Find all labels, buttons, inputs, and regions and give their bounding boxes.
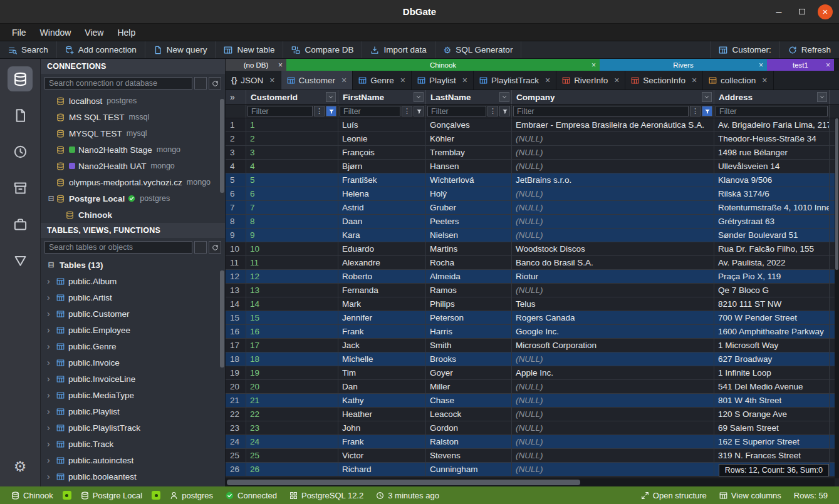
grid-cell[interactable]: (NULL) xyxy=(512,449,714,462)
table-item-public-artist[interactable]: ›public.Artist xyxy=(41,289,225,306)
sidebar-history[interactable] xyxy=(8,139,33,164)
grid-cell[interactable]: (NULL) xyxy=(512,201,714,214)
row-number[interactable]: 20 xyxy=(226,380,246,393)
grid-cell[interactable]: 627 Broadway xyxy=(714,352,830,366)
grid-cell[interactable]: (NULL) xyxy=(512,132,714,145)
grid-cell[interactable]: Theodor-Heuss-Straße 34 xyxy=(714,132,830,145)
grid-cell[interactable]: Köhler xyxy=(426,132,512,145)
grid-cell[interactable]: Fernanda xyxy=(338,284,426,297)
grid-cell[interactable]: (NULL) xyxy=(512,352,714,366)
close-icon[interactable]: × xyxy=(762,75,767,85)
toolbar-compare-db[interactable]: Compare DB xyxy=(283,41,362,58)
grid-cell[interactable]: 21 xyxy=(246,394,338,407)
table-item-public-mediatype[interactable]: ›public.MediaType xyxy=(41,387,225,403)
grid-row[interactable]: 1212RobertoAlmeidaRioturPraça Pio X, 119 xyxy=(226,270,835,284)
grid-cell[interactable]: 5 xyxy=(246,173,338,187)
grid-cell[interactable]: Qe 7 Bloco G xyxy=(714,284,830,297)
grid-cell[interactable]: (NULL) xyxy=(512,146,714,159)
status-postgres[interactable]: postgres xyxy=(164,491,219,500)
vertical-scrollbar-thumb[interactable] xyxy=(835,118,838,270)
grid-cell[interactable]: Banco do Brasil S.A. xyxy=(512,256,714,269)
grid-cell[interactable]: (NULL) xyxy=(512,408,714,421)
toolbar-search[interactable]: Search xyxy=(0,41,57,58)
grid-cell[interactable]: Jack xyxy=(338,339,426,352)
table-item-public-booleantest[interactable]: ›public.booleantest xyxy=(41,468,225,485)
tab-genre[interactable]: Genre× xyxy=(353,71,412,90)
grid-row[interactable]: 2424FrankRalston(NULL)162 E Superior Str… xyxy=(226,435,835,449)
close-icon[interactable]: × xyxy=(341,75,347,85)
table-item-public-customer[interactable]: ›public.Customer xyxy=(41,306,225,322)
grid-cell[interactable]: 10 xyxy=(246,242,338,255)
row-number[interactable]: 18 xyxy=(226,352,246,366)
grid-cell[interactable]: 1498 rue Bélanger xyxy=(714,146,830,159)
column-header-firstname[interactable]: FirstName xyxy=(338,90,426,104)
grid-cell[interactable]: 541 Del Medio Avenue xyxy=(714,380,830,393)
row-number[interactable]: 11 xyxy=(226,256,246,269)
row-number[interactable]: 9 xyxy=(226,229,246,242)
chevron-right-icon[interactable]: › xyxy=(47,276,53,286)
row-number[interactable]: 22 xyxy=(226,408,246,421)
close-icon[interactable]: × xyxy=(692,75,697,85)
row-number[interactable]: 17 xyxy=(226,339,246,352)
row-number[interactable]: 6 xyxy=(226,187,246,200)
grid-cell[interactable]: Kathy xyxy=(338,394,426,407)
grid-cell[interactable]: Av. Paulista, 2022 xyxy=(714,256,830,269)
row-number[interactable]: 23 xyxy=(226,421,246,435)
table-item-public-invoice[interactable]: ›public.Invoice xyxy=(41,354,225,371)
tab-playlist[interactable]: Playlist× xyxy=(412,71,474,90)
grid-cell[interactable]: 9 xyxy=(246,229,338,242)
filter-menu-icon[interactable]: ⋮ xyxy=(690,106,701,116)
connection-mysql-test[interactable]: MYSQL TESTmysql xyxy=(41,125,225,141)
grid-cell[interactable]: (NULL) xyxy=(512,421,714,435)
connection-postgre-local[interactable]: ⊟Postgre Localpostgres xyxy=(41,190,225,207)
grid-cell[interactable]: 2 xyxy=(246,132,338,145)
chevron-right-icon[interactable]: › xyxy=(47,325,53,335)
status-open-structure[interactable]: Open structure xyxy=(635,491,713,500)
grid-row[interactable]: 1010EduardoMartinsWoodstock DiscosRua Dr… xyxy=(226,242,835,256)
grid-cell[interactable]: 19 xyxy=(246,366,338,379)
row-number[interactable]: 10 xyxy=(226,242,246,255)
toolbar-customer[interactable]: Customer: xyxy=(710,41,779,58)
menu-file[interactable]: File xyxy=(5,26,33,39)
grid-row[interactable]: 1616FrankHarrisGoogle Inc.1600 Amphithea… xyxy=(226,325,835,339)
filter-input-company[interactable] xyxy=(513,106,689,116)
grid-row[interactable]: 1717JackSmithMicrosoft Corporation1 Micr… xyxy=(226,339,835,352)
grid-cell[interactable]: Frank xyxy=(338,435,426,448)
table-item-public-invoiceline[interactable]: ›public.InvoiceLine xyxy=(41,371,225,387)
grid-cell[interactable]: 120 S Orange Ave xyxy=(714,408,830,421)
grid-cell[interactable]: 3 xyxy=(246,146,338,159)
grid-cell[interactable]: Martins xyxy=(426,242,512,255)
grid-row[interactable]: 44BjørnHansen(NULL)Ullevålsveien 14 xyxy=(226,160,835,173)
grid-cell[interactable]: Helena xyxy=(338,187,426,200)
tab-riverinfo[interactable]: RiverInfo× xyxy=(556,71,625,90)
add-icon[interactable] xyxy=(194,241,207,254)
grid-cell[interactable]: Smith xyxy=(426,339,512,352)
column-header-address[interactable]: Address xyxy=(714,90,830,104)
grid-cell[interactable]: Chase xyxy=(426,394,512,407)
db-group-tab-rivers[interactable]: Rivers× xyxy=(600,59,767,71)
collapse-icon[interactable]: ⊟ xyxy=(46,194,56,203)
status-connected[interactable]: Connected xyxy=(219,491,283,500)
table-item-public-album[interactable]: ›public.Album xyxy=(41,273,225,289)
refresh-icon[interactable] xyxy=(209,77,221,90)
grid-cell[interactable]: Rua Dr. Falcão Filho, 155 xyxy=(714,242,830,255)
grid-cell[interactable]: 4 xyxy=(246,160,338,173)
grid-cell[interactable]: Microsoft Corporation xyxy=(512,339,714,352)
sidebar-files[interactable] xyxy=(8,103,33,128)
table-item-public-playlist[interactable]: ›public.Playlist xyxy=(41,403,225,419)
funnel-icon[interactable] xyxy=(326,106,336,116)
horizontal-scrollbar[interactable] xyxy=(226,478,835,486)
chevron-down-icon[interactable] xyxy=(702,92,712,102)
chevron-down-icon[interactable] xyxy=(817,92,827,102)
row-number[interactable]: 26 xyxy=(226,463,246,476)
grid-row[interactable]: 33FrançoisTremblay(NULL)1498 rue Bélange… xyxy=(226,146,835,160)
grid-cell[interactable]: 22 xyxy=(246,408,338,421)
row-number[interactable]: 16 xyxy=(226,325,246,338)
grid-row[interactable]: 11LuísGonçalvesEmbraer - Empresa Brasile… xyxy=(226,118,835,132)
grid-cell[interactable]: (NULL) xyxy=(512,187,714,200)
grid-cell[interactable]: Nielsen xyxy=(426,229,512,242)
grid-row[interactable]: 77AstridGruber(NULL)Rotenturmstraße 4, 1… xyxy=(226,201,835,215)
grid-cell[interactable]: Victor xyxy=(338,449,426,462)
grid-cell[interactable]: 16 xyxy=(246,325,338,338)
connection-search-input[interactable] xyxy=(44,77,192,90)
